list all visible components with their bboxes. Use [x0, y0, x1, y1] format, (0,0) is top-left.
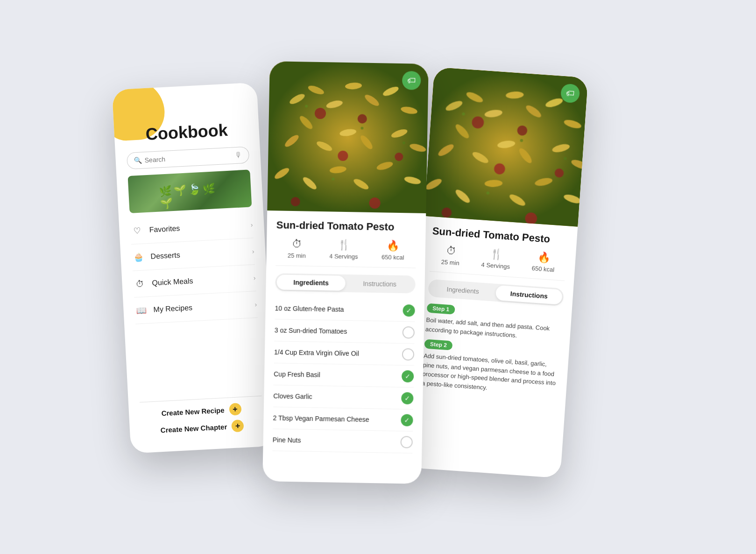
ingredient-row[interactable]: 3 oz Sun-dried Tomatoes	[274, 319, 415, 344]
check-circle[interactable]: ✓	[401, 392, 413, 404]
recipe-title-right: Sun-dried Tomato Pesto	[431, 225, 567, 246]
tab-instructions-right[interactable]: Instructions	[495, 285, 562, 304]
check-circle[interactable]: ✓	[401, 370, 413, 382]
fork-icon-right: 🍴	[489, 247, 503, 260]
tab-ingredients[interactable]: Ingredients	[276, 274, 346, 291]
create-recipe-label: Create New Recipe	[161, 406, 225, 417]
tab-ingredients-right[interactable]: Ingredients	[429, 281, 496, 300]
desserts-label: Desserts	[150, 247, 252, 260]
check-circle[interactable]: ✓	[401, 414, 413, 426]
chevron-icon: ›	[254, 301, 257, 308]
clock-icon-right: ⏱	[445, 245, 457, 257]
chevron-icon: ›	[250, 221, 253, 228]
chevron-icon: ›	[252, 247, 254, 255]
recipe-title: Sun-dried Tomato Pesto	[276, 219, 416, 233]
recipe-stats-right: ⏱ 25 min 🍴 4 Servings 🔥 650 kcal	[429, 244, 566, 281]
phone-left: Cookbook 🔍 🎙 ♡ Favorites › 🧁 Desserts ›	[112, 82, 275, 453]
chevron-icon: ›	[253, 274, 256, 281]
step-label: Step 2	[424, 339, 452, 350]
bookmark-badge[interactable]: 🏷	[402, 71, 421, 90]
favorites-label: Favorites	[149, 220, 251, 234]
divider	[139, 395, 261, 402]
quick-meals-label: Quick Meals	[152, 273, 254, 287]
fork-icon: 🍴	[337, 238, 350, 251]
phone-right: 🏷 Sun-dried Tomato Pesto ⏱ 25 min 🍴 4 Se…	[406, 67, 588, 478]
create-recipe-button[interactable]: Create New Recipe +	[140, 401, 262, 420]
recipe-stats: ⏱ 25 min 🍴 4 Servings 🔥 650 kcal	[276, 238, 416, 268]
recipe-content-right: Sun-dried Tomato Pesto ⏱ 25 min 🍴 4 Serv…	[406, 216, 578, 478]
ingredient-name: 1/4 Cup Extra Virgin Olive Oil	[274, 348, 402, 358]
search-bar[interactable]: 🔍 🎙	[126, 146, 249, 169]
action-buttons: Create New Recipe + Create New Chapter +	[140, 401, 263, 442]
servings-value-right: 4 Servings	[481, 261, 510, 270]
recipe-content: Sun-dried Tomato Pesto ⏱ 25 min 🍴 4 Serv…	[262, 210, 426, 484]
calories-stat: 🔥 650 kcal	[381, 239, 404, 261]
create-chapter-button[interactable]: Create New Chapter +	[141, 418, 263, 437]
tab-instructions[interactable]: Instructions	[345, 275, 414, 292]
calories-value: 650 kcal	[381, 253, 404, 261]
servings-value: 4 Servings	[329, 252, 358, 260]
tabs-row: Ingredients Instructions	[275, 273, 416, 293]
ingredient-row[interactable]: 10 oz Gluten-free Pasta ✓	[275, 297, 415, 322]
calories-stat-right: 🔥 650 kcal	[531, 251, 555, 273]
ingredient-name: Cup Fresh Basil	[274, 370, 402, 380]
ingredient-row[interactable]: Cup Fresh Basil ✓	[273, 363, 414, 387]
step-block: Step 2 Add sun-dried tomatoes, olive oil…	[421, 339, 560, 397]
search-input[interactable]	[144, 152, 235, 164]
ingredient-name: 3 oz Sun-dried Tomatoes	[274, 326, 402, 336]
ingredients-list: 10 oz Gluten-free Pasta ✓ 3 oz Sun-dried…	[272, 297, 415, 453]
plus-icon: +	[228, 403, 241, 415]
servings-stat: 🍴 4 Servings	[329, 238, 358, 260]
check-circle[interactable]: ✓	[403, 304, 415, 316]
flame-icon-right: 🔥	[537, 251, 551, 264]
check-circle[interactable]	[402, 348, 414, 360]
flame-icon: 🔥	[386, 239, 399, 252]
time-value: 25 min	[287, 252, 305, 259]
herbs-banner-image	[127, 169, 252, 213]
ingredient-row[interactable]: Pine Nuts	[272, 429, 413, 453]
plus-icon: +	[231, 419, 244, 432]
my-recipes-label: My Recipes	[153, 300, 255, 314]
heart-icon: ♡	[130, 224, 143, 237]
check-circle[interactable]	[402, 326, 414, 338]
servings-stat-right: 🍴 4 Servings	[481, 247, 511, 270]
time-value-right: 25 min	[441, 258, 459, 266]
step-block: Step 1 Boil water, add salt, and then ad…	[425, 303, 562, 343]
clock-icon: ⏱	[291, 238, 302, 250]
recipe-photo-right: 🏷	[424, 67, 588, 226]
ingredient-row[interactable]: 2 Tbsp Vegan Parmesan Cheese ✓	[273, 407, 413, 431]
microphone-icon[interactable]: 🎙	[234, 151, 242, 160]
cupcake-icon: 🧁	[131, 250, 145, 264]
phone-middle: 🏷 Sun-dried Tomato Pesto ⏱ 25 min 🍴 4 Se…	[262, 61, 429, 484]
time-stat-right: ⏱ 25 min	[441, 244, 460, 266]
nav-menu: ♡ Favorites › 🧁 Desserts › ⏱ Quick Meals…	[130, 211, 261, 396]
step-text: Boil water, add salt, and then add pasta…	[425, 315, 561, 343]
create-chapter-label: Create New Chapter	[160, 422, 227, 434]
instructions-content: Step 1 Boil water, add salt, and then ad…	[421, 303, 562, 397]
recipe-photo: 🏷	[267, 61, 429, 213]
step-label: Step 1	[426, 303, 455, 314]
ingredient-name: 10 oz Gluten-free Pasta	[275, 304, 403, 314]
ingredient-name: 2 Tbsp Vegan Parmesan Cheese	[273, 414, 401, 424]
check-circle[interactable]	[400, 436, 412, 448]
search-icon: 🔍	[134, 156, 142, 164]
book-icon: 📖	[134, 303, 148, 317]
calories-value-right: 650 kcal	[531, 265, 554, 273]
ingredient-name: Cloves Garlic	[273, 392, 401, 402]
step-text: Add sun-dried tomatoes, olive oil, basil…	[421, 351, 559, 397]
timer-icon: ⏱	[133, 277, 146, 290]
ingredient-name: Pine Nuts	[272, 436, 400, 446]
ingredient-row[interactable]: Cloves Garlic ✓	[273, 385, 413, 409]
time-stat: ⏱ 25 min	[287, 238, 306, 259]
ingredient-row[interactable]: 1/4 Cup Extra Virgin Olive Oil	[274, 341, 414, 365]
tabs-row-right: Ingredients Instructions	[428, 279, 564, 306]
